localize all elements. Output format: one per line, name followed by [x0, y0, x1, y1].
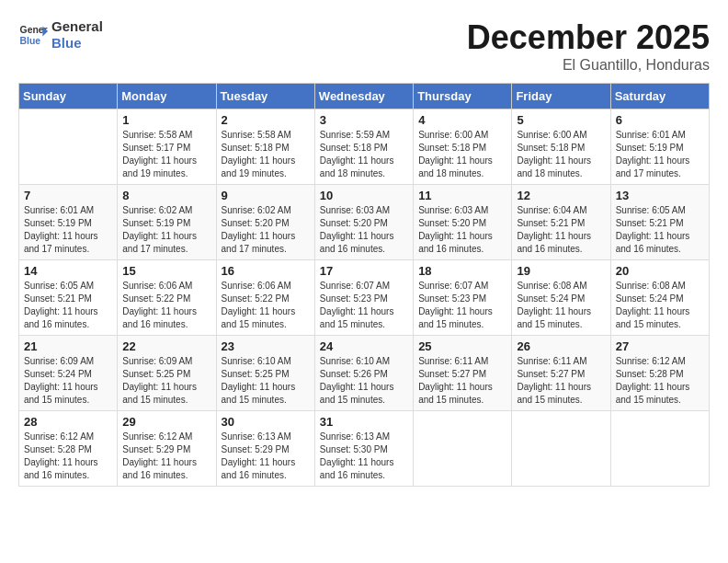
- day-info: Sunrise: 6:01 AM Sunset: 5:19 PM Dayligh…: [24, 204, 112, 256]
- day-info: Sunrise: 5:58 AM Sunset: 5:18 PM Dayligh…: [222, 129, 310, 180]
- day-number: 30: [222, 415, 310, 429]
- calendar-cell: 3Sunrise: 5:59 AM Sunset: 5:18 PM Daylig…: [314, 109, 413, 185]
- logo: General Blue General Blue: [18, 18, 103, 52]
- day-info: Sunrise: 6:13 AM Sunset: 5:29 PM Dayligh…: [222, 431, 310, 482]
- day-number: 24: [320, 339, 408, 353]
- calendar-cell: 4Sunrise: 6:00 AM Sunset: 5:18 PM Daylig…: [414, 109, 512, 185]
- day-number: 7: [24, 189, 112, 202]
- day-number: 28: [24, 415, 112, 429]
- calendar-cell: 28Sunrise: 6:12 AM Sunset: 5:28 PM Dayli…: [19, 411, 118, 487]
- page-subtitle: El Guantillo, Honduras: [467, 57, 710, 74]
- day-number: 25: [418, 339, 506, 353]
- day-number: 11: [418, 189, 506, 202]
- calendar-cell: 30Sunrise: 6:13 AM Sunset: 5:29 PM Dayli…: [216, 411, 314, 487]
- day-number: 27: [616, 339, 704, 353]
- calendar-cell: 2Sunrise: 5:58 AM Sunset: 5:18 PM Daylig…: [216, 109, 314, 185]
- day-info: Sunrise: 6:07 AM Sunset: 5:23 PM Dayligh…: [320, 280, 408, 331]
- day-number: 23: [222, 339, 310, 353]
- day-number: 26: [517, 339, 605, 353]
- calendar-cell: 26Sunrise: 6:11 AM Sunset: 5:27 PM Dayli…: [512, 336, 610, 411]
- calendar-cell: 6Sunrise: 6:01 AM Sunset: 5:19 PM Daylig…: [610, 109, 709, 185]
- column-header-friday: Friday: [512, 84, 610, 109]
- calendar-cell: 12Sunrise: 6:04 AM Sunset: 5:21 PM Dayli…: [512, 185, 610, 260]
- calendar-cell: [512, 411, 610, 487]
- day-info: Sunrise: 6:02 AM Sunset: 5:20 PM Dayligh…: [222, 204, 310, 256]
- day-info: Sunrise: 6:12 AM Sunset: 5:29 PM Dayligh…: [122, 431, 210, 482]
- title-block: December 2025 El Guantillo, Honduras: [467, 18, 710, 74]
- day-info: Sunrise: 6:05 AM Sunset: 5:21 PM Dayligh…: [616, 204, 704, 256]
- day-number: 17: [320, 264, 408, 278]
- day-info: Sunrise: 6:12 AM Sunset: 5:28 PM Dayligh…: [24, 431, 112, 482]
- column-header-wednesday: Wednesday: [314, 84, 413, 109]
- day-number: 5: [517, 113, 605, 127]
- day-info: Sunrise: 6:06 AM Sunset: 5:22 PM Dayligh…: [222, 280, 310, 331]
- calendar-cell: 21Sunrise: 6:09 AM Sunset: 5:24 PM Dayli…: [19, 336, 118, 411]
- day-number: 22: [122, 339, 210, 353]
- day-info: Sunrise: 6:01 AM Sunset: 5:19 PM Dayligh…: [616, 129, 704, 180]
- calendar-cell: 14Sunrise: 6:05 AM Sunset: 5:21 PM Dayli…: [19, 260, 118, 336]
- calendar-cell: [414, 411, 512, 487]
- page-header: General Blue General Blue December 2025 …: [18, 18, 710, 74]
- day-info: Sunrise: 6:09 AM Sunset: 5:24 PM Dayligh…: [24, 355, 112, 407]
- column-header-sunday: Sunday: [19, 84, 118, 109]
- calendar-cell: 20Sunrise: 6:08 AM Sunset: 5:24 PM Dayli…: [610, 260, 709, 336]
- day-number: 16: [222, 264, 310, 278]
- day-number: 6: [616, 113, 704, 127]
- calendar-cell: 25Sunrise: 6:11 AM Sunset: 5:27 PM Dayli…: [414, 336, 512, 411]
- day-info: Sunrise: 6:11 AM Sunset: 5:27 PM Dayligh…: [418, 355, 506, 407]
- day-info: Sunrise: 6:11 AM Sunset: 5:27 PM Dayligh…: [517, 355, 605, 407]
- day-info: Sunrise: 6:04 AM Sunset: 5:21 PM Dayligh…: [517, 204, 605, 256]
- day-info: Sunrise: 6:08 AM Sunset: 5:24 PM Dayligh…: [517, 280, 605, 331]
- calendar-week-1: 1Sunrise: 5:58 AM Sunset: 5:17 PM Daylig…: [19, 109, 710, 185]
- calendar-cell: 10Sunrise: 6:03 AM Sunset: 5:20 PM Dayli…: [314, 185, 413, 260]
- day-number: 14: [24, 264, 112, 278]
- day-number: 21: [24, 339, 112, 353]
- calendar-cell: 13Sunrise: 6:05 AM Sunset: 5:21 PM Dayli…: [610, 185, 709, 260]
- page-title: December 2025: [467, 18, 710, 57]
- calendar-cell: 31Sunrise: 6:13 AM Sunset: 5:30 PM Dayli…: [314, 411, 413, 487]
- logo-icon: General Blue: [18, 20, 48, 50]
- day-info: Sunrise: 6:12 AM Sunset: 5:28 PM Dayligh…: [616, 355, 704, 407]
- calendar-cell: 29Sunrise: 6:12 AM Sunset: 5:29 PM Dayli…: [118, 411, 216, 487]
- day-number: 8: [122, 189, 210, 202]
- day-number: 15: [122, 264, 210, 278]
- day-info: Sunrise: 6:08 AM Sunset: 5:24 PM Dayligh…: [616, 280, 704, 331]
- logo-line1: General: [51, 18, 103, 35]
- day-number: 20: [616, 264, 704, 278]
- logo-line2: Blue: [51, 35, 103, 52]
- calendar-cell: 7Sunrise: 6:01 AM Sunset: 5:19 PM Daylig…: [19, 185, 118, 260]
- calendar-cell: 8Sunrise: 6:02 AM Sunset: 5:19 PM Daylig…: [118, 185, 216, 260]
- day-info: Sunrise: 6:03 AM Sunset: 5:20 PM Dayligh…: [320, 204, 408, 256]
- day-number: 12: [517, 189, 605, 202]
- calendar-cell: 11Sunrise: 6:03 AM Sunset: 5:20 PM Dayli…: [414, 185, 512, 260]
- calendar-cell: 22Sunrise: 6:09 AM Sunset: 5:25 PM Dayli…: [118, 336, 216, 411]
- calendar-cell: 23Sunrise: 6:10 AM Sunset: 5:25 PM Dayli…: [216, 336, 314, 411]
- day-info: Sunrise: 6:07 AM Sunset: 5:23 PM Dayligh…: [418, 280, 506, 331]
- day-info: Sunrise: 6:00 AM Sunset: 5:18 PM Dayligh…: [418, 129, 506, 180]
- calendar-cell: 15Sunrise: 6:06 AM Sunset: 5:22 PM Dayli…: [118, 260, 216, 336]
- svg-text:Blue: Blue: [20, 36, 41, 46]
- calendar-week-3: 14Sunrise: 6:05 AM Sunset: 5:21 PM Dayli…: [19, 260, 710, 336]
- column-header-monday: Monday: [118, 84, 216, 109]
- day-number: 19: [517, 264, 605, 278]
- calendar-cell: 9Sunrise: 6:02 AM Sunset: 5:20 PM Daylig…: [216, 185, 314, 260]
- calendar-week-5: 28Sunrise: 6:12 AM Sunset: 5:28 PM Dayli…: [19, 411, 710, 487]
- calendar-cell: 24Sunrise: 6:10 AM Sunset: 5:26 PM Dayli…: [314, 336, 413, 411]
- day-info: Sunrise: 6:02 AM Sunset: 5:19 PM Dayligh…: [122, 204, 210, 256]
- day-number: 9: [222, 189, 310, 202]
- day-info: Sunrise: 6:10 AM Sunset: 5:25 PM Dayligh…: [222, 355, 310, 407]
- day-number: 10: [320, 189, 408, 202]
- day-info: Sunrise: 6:10 AM Sunset: 5:26 PM Dayligh…: [320, 355, 408, 407]
- calendar-cell: 27Sunrise: 6:12 AM Sunset: 5:28 PM Dayli…: [610, 336, 709, 411]
- day-number: 13: [616, 189, 704, 202]
- calendar-week-2: 7Sunrise: 6:01 AM Sunset: 5:19 PM Daylig…: [19, 185, 710, 260]
- day-info: Sunrise: 6:00 AM Sunset: 5:18 PM Dayligh…: [517, 129, 605, 180]
- calendar-cell: 19Sunrise: 6:08 AM Sunset: 5:24 PM Dayli…: [512, 260, 610, 336]
- calendar-cell: 18Sunrise: 6:07 AM Sunset: 5:23 PM Dayli…: [414, 260, 512, 336]
- column-header-tuesday: Tuesday: [216, 84, 314, 109]
- day-number: 1: [122, 113, 210, 127]
- calendar-header-row: SundayMondayTuesdayWednesdayThursdayFrid…: [19, 84, 710, 109]
- day-info: Sunrise: 6:09 AM Sunset: 5:25 PM Dayligh…: [122, 355, 210, 407]
- day-info: Sunrise: 6:13 AM Sunset: 5:30 PM Dayligh…: [320, 431, 408, 482]
- day-number: 4: [418, 113, 506, 127]
